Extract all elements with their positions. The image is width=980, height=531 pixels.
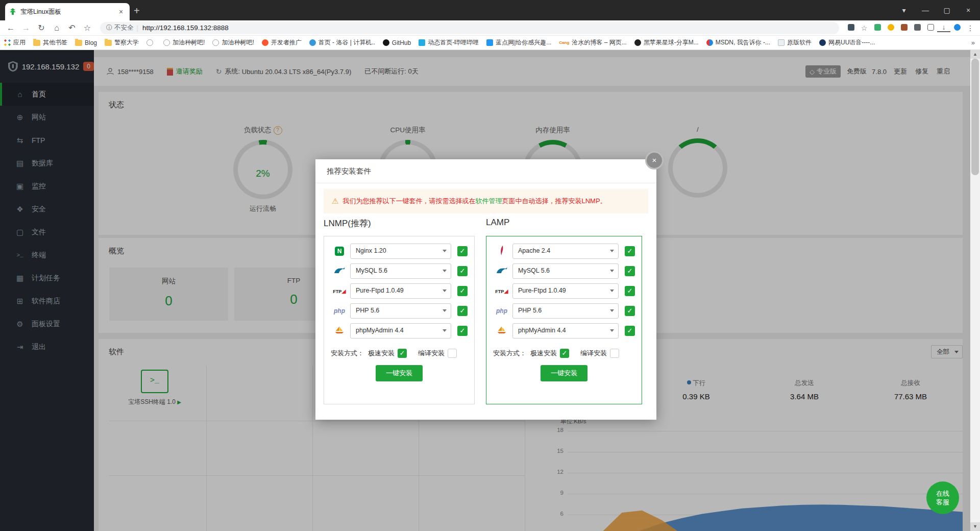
bookmark-globe[interactable] bbox=[146, 39, 156, 46]
modal-close-icon[interactable]: × bbox=[645, 151, 664, 170]
mysql-checkbox[interactable]: ✓ bbox=[457, 266, 468, 276]
bookmark-tree2[interactable]: 加油种树吧! bbox=[212, 38, 254, 47]
window-close-button[interactable]: × bbox=[958, 0, 979, 20]
scroll-down-icon[interactable]: ▼ bbox=[970, 522, 980, 531]
ftp-checkbox[interactable]: ✓ bbox=[457, 286, 468, 296]
github-icon bbox=[383, 39, 389, 46]
reload-icon[interactable]: ↻ bbox=[34, 23, 49, 33]
luogu-icon bbox=[309, 39, 316, 46]
ftp-icon: FTP◢ bbox=[331, 288, 348, 295]
home-icon[interactable]: ⌂ bbox=[49, 23, 64, 33]
forward-icon[interactable]: → bbox=[18, 23, 34, 33]
profile-avatar[interactable] bbox=[884, 24, 897, 32]
window-minimize-button[interactable]: — bbox=[915, 0, 936, 20]
php-icon: php bbox=[493, 307, 510, 315]
apache-checkbox[interactable]: ✓ bbox=[625, 246, 635, 256]
php-version-select[interactable]: PHP 5.6 bbox=[350, 303, 451, 319]
mysql-version-select[interactable]: MySQL 5.6 bbox=[350, 263, 451, 279]
lamp-one-click-install-button[interactable]: 一键安装 bbox=[541, 365, 587, 381]
lamp-row-apache: Apache 2.4 ✓ bbox=[493, 244, 635, 258]
undo-extension-icon[interactable]: ↶ bbox=[64, 23, 80, 33]
chevron-down-icon bbox=[610, 289, 614, 294]
bookmark-tree1[interactable]: 加油种树吧! bbox=[163, 38, 205, 47]
online-support-button[interactable]: 在线 客服 bbox=[926, 481, 959, 514]
redgrid-extension-icon[interactable] bbox=[897, 24, 911, 32]
ftp-version-select[interactable]: Pure-Ftpd 1.0.49 bbox=[512, 283, 619, 299]
screenshot-extension-icon[interactable] bbox=[924, 24, 937, 32]
lnmp-row-nginx: N Nginx 1.20 ✓ bbox=[331, 244, 468, 258]
bookmark-devpromo[interactable]: 开发者推广 bbox=[262, 38, 302, 47]
bookmark-msdn[interactable]: MSDN, 我告诉你 -... bbox=[706, 38, 770, 47]
url-text: http://192.168.159.132:8888 bbox=[142, 24, 229, 32]
bookmark-luogu[interactable]: 首页 - 洛谷 | 计算机.. bbox=[309, 38, 375, 47]
bookmark-other[interactable]: 其他书签 bbox=[33, 38, 67, 47]
mysql-version-select[interactable]: MySQL 5.6 bbox=[512, 263, 619, 279]
apps-extension-icon[interactable] bbox=[911, 24, 924, 32]
tab-close-icon[interactable]: × bbox=[116, 8, 126, 16]
bookmark-github[interactable]: GitHub bbox=[383, 39, 411, 46]
browser-menu-kebab-icon[interactable]: ⋮ bbox=[964, 24, 977, 32]
tab-search-caret-icon[interactable]: ▾ bbox=[893, 0, 915, 20]
dict-extension-icon[interactable] bbox=[871, 24, 884, 32]
nginx-icon: N bbox=[331, 247, 348, 256]
folder-icon bbox=[105, 40, 112, 46]
lnmp-box: N Nginx 1.20 ✓ MySQL 5.6 ✓ FTP◢ Pure-Ftp… bbox=[324, 236, 475, 404]
new-tab-button[interactable]: + bbox=[134, 5, 140, 17]
bookmark-uu[interactable]: 网易UU语音----... bbox=[819, 38, 875, 47]
browser-tab[interactable]: 宝塔Linux面板 × bbox=[5, 3, 130, 20]
url-separator: | bbox=[137, 24, 138, 32]
phpmyadmin-version-select[interactable]: phpMyAdmin 4.4 bbox=[512, 323, 619, 339]
lamp-row-ftp: FTP◢ Pure-Ftpd 1.0.49 ✓ bbox=[493, 284, 635, 298]
bookmark-police-univ[interactable]: 警察大学 bbox=[105, 38, 139, 47]
ftp-version-select[interactable]: Pure-Ftpd 1.0.49 bbox=[350, 283, 451, 299]
bookmark-bilibili[interactable]: 动态首页-哔哩哔哩 bbox=[419, 38, 479, 47]
page-scrollbar[interactable]: ▲ ▼ bbox=[970, 50, 980, 531]
info-icon[interactable]: ⓘ bbox=[106, 23, 112, 32]
lamp-row-php: php PHP 5.6 ✓ bbox=[493, 304, 635, 318]
php-checkbox[interactable]: ✓ bbox=[625, 306, 635, 316]
uu-extension-icon[interactable] bbox=[950, 24, 964, 32]
bookmark-landian[interactable]: 蓝点网|给你感兴趣... bbox=[486, 38, 551, 47]
lamp-row-phpmyadmin: phpMyAdmin 4.4 ✓ bbox=[493, 324, 635, 338]
phpmyadmin-version-select[interactable]: phpMyAdmin 4.4 bbox=[350, 323, 451, 339]
ftp-checkbox[interactable]: ✓ bbox=[625, 286, 635, 296]
bookmark-cangshui[interactable]: Cang沧水的博客 – 网页... bbox=[559, 38, 626, 47]
msdn-butterfly-icon bbox=[706, 39, 713, 46]
download-icon[interactable]: ↓ bbox=[937, 24, 950, 32]
star-outline-icon[interactable]: ☆ bbox=[857, 24, 871, 32]
baota-favicon-icon bbox=[9, 8, 16, 15]
bookmark-apps[interactable]: 应用 bbox=[4, 38, 26, 47]
chevron-down-icon bbox=[443, 309, 447, 314]
software-manage-link[interactable]: 软件管理 bbox=[475, 197, 502, 206]
bookmark-yuanban[interactable]: 原版软件 bbox=[778, 38, 812, 47]
bookmark-blog[interactable]: Blog bbox=[75, 39, 97, 46]
apache-version-select[interactable]: Apache 2.4 bbox=[512, 244, 619, 259]
chevron-down-icon bbox=[610, 329, 614, 334]
phpmyadmin-checkbox[interactable]: ✓ bbox=[625, 326, 635, 336]
lnmp-one-click-install-button[interactable]: 一键安装 bbox=[376, 365, 423, 381]
nginx-version-select[interactable]: Nginx 1.20 bbox=[350, 244, 451, 259]
window-maximize-button[interactable]: ▢ bbox=[936, 0, 958, 20]
compile-install-checkbox[interactable] bbox=[610, 349, 619, 358]
lnmp-row-phpmyadmin: phpMyAdmin 4.4 ✓ bbox=[331, 324, 468, 338]
nginx-checkbox[interactable]: ✓ bbox=[457, 246, 468, 256]
php-checkbox[interactable]: ✓ bbox=[457, 306, 468, 316]
back-icon[interactable]: ← bbox=[3, 23, 18, 33]
url-box[interactable]: ⓘ 不安全 | http://192.168.159.132:8888 bbox=[100, 22, 839, 34]
bookmarks-overflow-icon[interactable]: » bbox=[971, 39, 975, 46]
mysql-checkbox[interactable]: ✓ bbox=[625, 266, 635, 276]
scrollbar-thumb[interactable] bbox=[971, 59, 979, 175]
qr-grid-icon[interactable] bbox=[844, 24, 857, 32]
phpmyadmin-checkbox[interactable]: ✓ bbox=[457, 326, 468, 336]
compile-install-checkbox[interactable] bbox=[448, 349, 457, 358]
bookmark-star-icon[interactable]: ☆ bbox=[80, 23, 95, 33]
fast-install-checkbox[interactable]: ✓ bbox=[560, 349, 569, 358]
bookmark-heipingguo[interactable]: 黑苹果星球-分享M... bbox=[634, 38, 699, 47]
php-version-select[interactable]: PHP 5.6 bbox=[512, 303, 619, 319]
recommend-install-modal: × 推荐安装套件 ⚠ 我们为您推荐以下一键套件，请按需选择或在 软件管理 页面中… bbox=[315, 159, 656, 420]
security-label: 不安全 bbox=[114, 23, 134, 32]
chevron-down-icon bbox=[443, 250, 447, 254]
fast-install-checkbox[interactable]: ✓ bbox=[398, 349, 407, 358]
tab-title: 宝塔Linux面板 bbox=[20, 8, 116, 16]
scroll-up-icon[interactable]: ▲ bbox=[970, 50, 980, 59]
